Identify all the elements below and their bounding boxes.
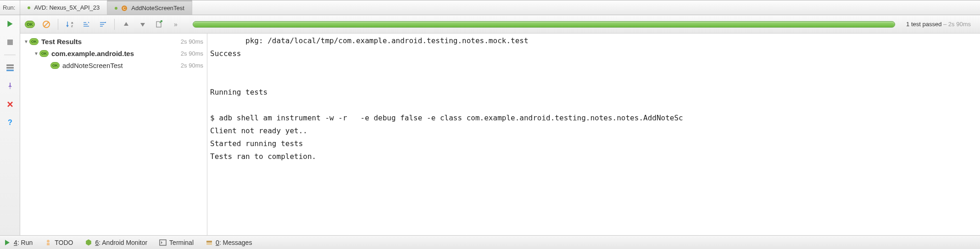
ok-badge-icon: OK — [29, 38, 39, 45]
tree-label: com.example.android.tes — [51, 50, 178, 57]
svg-marker-2 — [7, 21, 12, 27]
rerun-button[interactable] — [4, 18, 16, 30]
svg-marker-14 — [124, 22, 128, 26]
tree-test-method[interactable]: OK addNoteScreenTest 2s 90ms — [20, 59, 207, 71]
bottom-tool-bar: 4: Run TODO ⬢ 6: Android Monitor Termina… — [0, 235, 980, 249]
tab-label: AVD: Nexus_5X_API_23 — [34, 4, 100, 11]
console-output[interactable]: pkg: /data/local/tmp/com.example.android… — [207, 34, 980, 235]
svg-text:C: C — [123, 6, 126, 11]
tree-package[interactable]: ▼ OK com.example.android.tes 2s 90ms — [20, 47, 207, 59]
svg-marker-15 — [140, 23, 145, 27]
test-class-icon: C — [121, 5, 128, 11]
status-dot-icon — [115, 7, 117, 10]
svg-rect-3 — [7, 40, 13, 45]
tree-root[interactable]: ▼ OK Test Results 2s 90ms — [20, 35, 207, 47]
main-area: ? OK az — [0, 15, 980, 235]
svg-marker-17 — [5, 240, 10, 245]
bottom-android-monitor-button[interactable]: ⬢ 6: Android Monitor — [85, 239, 147, 246]
help-button[interactable]: ? — [4, 117, 16, 129]
close-button[interactable] — [4, 98, 16, 110]
stop-button[interactable] — [4, 36, 16, 48]
svg-point-18 — [47, 240, 50, 243]
show-passed-button[interactable]: OK — [24, 18, 36, 30]
left-rail: ? — [0, 15, 20, 235]
todo-icon — [45, 239, 52, 246]
passed-count: 1 test passed — [906, 21, 941, 28]
expand-all-button[interactable] — [80, 18, 92, 30]
svg-rect-22 — [206, 243, 212, 245]
ok-badge-icon: OK — [50, 62, 60, 69]
bottom-todo-button[interactable]: TODO — [45, 239, 73, 246]
chevron-down-icon[interactable]: ▼ — [23, 39, 29, 44]
sort-button[interactable]: az — [64, 18, 76, 30]
android-icon: ⬢ — [85, 239, 92, 246]
tree-label: addNoteScreenTest — [62, 62, 178, 69]
tab-label: AddNoteScreenTest — [131, 5, 184, 11]
separator — [4, 55, 16, 55]
run-tab-strip: Run: AVD: Nexus_5X_API_23 C AddNoteScree… — [0, 0, 980, 15]
layout-button[interactable] — [4, 62, 16, 74]
tab-test-config[interactable]: C AddNoteScreenTest — [107, 0, 192, 15]
export-results-button[interactable] — [153, 18, 165, 30]
bottom-label: Terminal — [169, 239, 194, 246]
svg-rect-21 — [206, 241, 212, 243]
messages-icon — [206, 239, 213, 246]
run-tool-window: Run: AVD: Nexus_5X_API_23 C AddNoteScree… — [0, 0, 980, 249]
progress-bar — [193, 21, 895, 28]
status-dash: – — [941, 21, 948, 28]
separator — [114, 19, 115, 30]
svg-rect-19 — [47, 243, 50, 245]
svg-rect-6 — [6, 70, 14, 71]
svg-text:z: z — [71, 24, 73, 28]
test-tree: ▼ OK Test Results 2s 90ms ▼ OK com.examp… — [20, 34, 207, 235]
terminal-icon — [159, 239, 167, 246]
bottom-run-button[interactable]: 4: Run — [4, 239, 33, 246]
tree-time: 2s 90ms — [181, 38, 203, 45]
separator — [58, 19, 58, 30]
tree-time: 2s 90ms — [181, 62, 203, 69]
run-label: Run: — [0, 0, 20, 15]
svg-line-9 — [44, 22, 49, 27]
svg-rect-4 — [6, 64, 14, 66]
body-split: ▼ OK Test Results 2s 90ms ▼ OK com.examp… — [20, 34, 980, 235]
tree-time: 2s 90ms — [181, 50, 203, 57]
ok-badge-icon: OK — [25, 21, 35, 28]
svg-marker-12 — [88, 22, 89, 23]
chevron-down-icon[interactable]: ▼ — [33, 51, 39, 56]
svg-rect-20 — [160, 240, 166, 245]
bottom-label: TODO — [55, 239, 73, 246]
next-failed-button[interactable] — [137, 18, 149, 30]
bottom-terminal-button[interactable]: Terminal — [159, 239, 194, 246]
chevron-right-icon: » — [174, 21, 178, 28]
pin-button[interactable] — [4, 80, 16, 92]
status-duration: 2s 90ms — [948, 21, 971, 28]
tab-avd[interactable]: AVD: Nexus_5X_API_23 — [20, 0, 107, 15]
prev-failed-button[interactable] — [120, 18, 132, 30]
show-ignored-button[interactable] — [40, 18, 52, 30]
more-button[interactable]: » — [170, 18, 182, 30]
test-toolbar: OK az — [20, 15, 980, 34]
ok-badge-icon: OK — [39, 50, 49, 57]
svg-rect-5 — [6, 67, 14, 68]
center-column: OK az — [20, 15, 980, 235]
bottom-messages-button[interactable]: 0: Messages — [206, 239, 252, 246]
status-text: 1 test passed – 2s 90ms — [906, 21, 976, 28]
tree-label: Test Results — [41, 38, 178, 45]
collapse-all-button[interactable] — [97, 18, 109, 30]
status-dot-icon — [28, 6, 30, 9]
play-icon — [4, 239, 11, 246]
svg-text:?: ? — [8, 119, 12, 126]
